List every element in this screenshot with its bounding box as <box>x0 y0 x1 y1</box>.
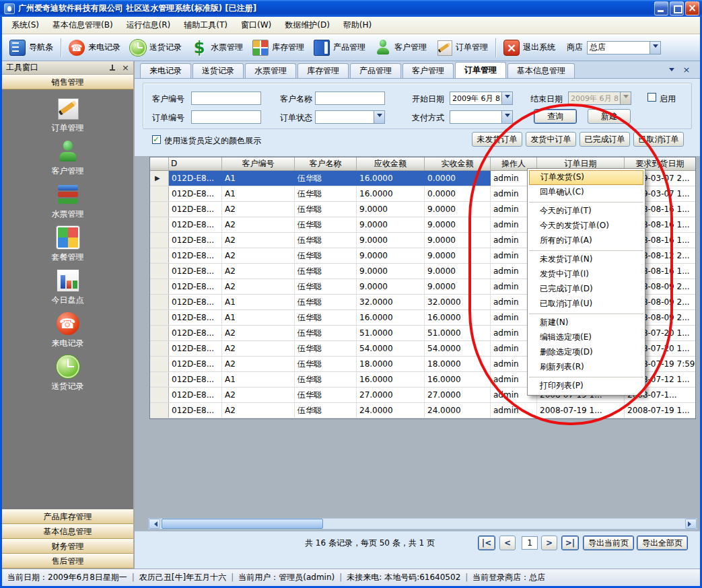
scroll-left-icon[interactable] <box>149 519 160 529</box>
next-page-button[interactable]: > <box>541 536 557 550</box>
row-selector[interactable] <box>150 341 169 356</box>
order-status-filter-button[interactable]: 未发货订单 <box>472 132 522 147</box>
tab[interactable]: 送货记录 <box>192 63 244 78</box>
context-menu-item[interactable]: 回单确认(C) <box>529 185 643 200</box>
context-menu-item[interactable]: 刷新列表(R) <box>529 360 643 375</box>
toolbar-water-ticket-button[interactable]: 水票管理 <box>186 38 248 58</box>
sidebar-item-call-log[interactable]: 来电记录 <box>2 310 133 353</box>
customer-no-input[interactable] <box>191 91 261 105</box>
tab[interactable]: 产品管理 <box>350 63 401 78</box>
order-status-filter-button[interactable]: 已取消订单 <box>633 132 684 147</box>
scrollbar-thumb[interactable] <box>162 519 323 529</box>
header-customer-name[interactable]: 客户名称 <box>295 157 357 170</box>
sidebar-group-bar[interactable]: 基本信息管理 <box>2 524 133 539</box>
new-button[interactable]: 新建 <box>588 109 631 124</box>
row-selector[interactable] <box>150 202 169 217</box>
menu-item[interactable]: 数据维护(D) <box>278 17 337 34</box>
tab-list-dropdown-icon[interactable] <box>666 65 677 75</box>
menu-item[interactable]: 帮助(H) <box>337 17 378 34</box>
order-status-select[interactable] <box>315 110 385 124</box>
sidebar-item-water-ticket[interactable]: 水票管理 <box>2 181 133 224</box>
menu-item[interactable]: 系统(S) <box>5 17 46 34</box>
customer-name-input[interactable] <box>315 91 385 105</box>
order-no-input[interactable] <box>191 110 261 124</box>
sidebar-group-sales[interactable]: 销售管理 <box>2 75 133 89</box>
order-status-filter-button[interactable]: 发货中订单 <box>526 132 576 147</box>
sidebar-item-delivery-log[interactable]: 送货记录 <box>2 353 133 396</box>
chevron-down-icon[interactable] <box>501 111 512 123</box>
header-receivable[interactable]: 应收金额 <box>357 157 425 170</box>
tab[interactable]: 水票管理 <box>245 63 296 78</box>
close-button[interactable] <box>685 1 699 15</box>
row-selector[interactable] <box>150 171 169 186</box>
row-selector[interactable] <box>150 186 169 201</box>
restore-button[interactable] <box>670 1 684 15</box>
enable-end-date-checkbox[interactable] <box>647 93 656 102</box>
row-selector[interactable] <box>150 264 169 279</box>
chevron-down-icon[interactable] <box>374 111 384 123</box>
sidebar-item-daily-stock[interactable]: 今日盘点 <box>2 267 133 310</box>
toolbar-call-log-button[interactable]: 来电记录 <box>64 38 125 58</box>
context-menu-item[interactable]: 新建(N) <box>529 314 643 330</box>
export-all-pages-button[interactable]: 导出全部页 <box>637 536 688 550</box>
header-customer-no[interactable]: 客户编号 <box>222 157 295 170</box>
first-page-button[interactable]: |< <box>478 536 495 550</box>
start-date-picker[interactable]: 2009年 6月 8日 <box>450 91 513 105</box>
context-menu-item[interactable]: 编辑选定项(E) <box>529 330 643 345</box>
chevron-down-icon[interactable] <box>650 42 660 54</box>
order-status-filter-button[interactable]: 已完成订单 <box>580 132 630 147</box>
sidebar-item-combo[interactable]: 套餐管理 <box>2 224 133 267</box>
context-menu-item[interactable]: 未发货订单(N) <box>529 250 643 267</box>
context-menu-item[interactable]: 今天的发货订单(O) <box>529 219 643 233</box>
sidebar-group-bar[interactable]: 售后管理 <box>2 554 133 568</box>
header-received[interactable]: 实收金额 <box>425 157 491 170</box>
row-selector[interactable] <box>150 295 169 309</box>
tab[interactable]: 来电记录 <box>140 63 191 78</box>
scroll-right-icon[interactable] <box>685 519 697 529</box>
row-selector[interactable] <box>150 248 169 263</box>
page-number-input[interactable] <box>522 536 538 550</box>
menu-item[interactable]: 窗口(W) <box>234 17 278 34</box>
sidebar-group-bar[interactable]: 产品库存管理 <box>2 509 133 524</box>
header-id[interactable]: D <box>169 157 222 170</box>
toolbar-customer-button[interactable]: 客户管理 <box>370 38 431 58</box>
row-selector[interactable] <box>150 357 169 371</box>
row-selector[interactable] <box>150 326 169 340</box>
horizontal-scrollbar[interactable] <box>148 518 697 529</box>
row-selector[interactable] <box>150 403 169 418</box>
chevron-down-icon[interactable] <box>501 92 512 104</box>
context-menu-item[interactable]: 已完成订单(D) <box>529 282 643 297</box>
context-menu-item[interactable]: 已取消订单(U) <box>529 297 643 311</box>
toolbar-product-button[interactable]: 产品管理 <box>309 38 370 58</box>
sidebar-item-customer[interactable]: 客户管理 <box>2 138 133 181</box>
context-menu-item[interactable]: 发货中订单(I) <box>529 267 643 282</box>
row-selector[interactable] <box>150 310 169 325</box>
row-selector[interactable] <box>150 233 169 248</box>
pay-method-select[interactable] <box>450 110 513 124</box>
pin-icon[interactable] <box>108 64 116 72</box>
store-select[interactable]: 总店 <box>587 41 661 54</box>
row-selector[interactable] <box>150 217 169 232</box>
context-menu-item[interactable]: 删除选定项(D) <box>529 345 643 360</box>
sidebar-group-bar[interactable]: 财务管理 <box>2 539 133 554</box>
tab[interactable]: 基本信息管理 <box>507 63 575 78</box>
table-row[interactable]: 012D-E8... A2 伍华聪 24.0000 24.0000 admin … <box>150 403 695 418</box>
context-menu-item[interactable]: 今天的订单(T) <box>529 202 643 219</box>
tab[interactable]: 客户管理 <box>402 63 454 78</box>
menu-item[interactable]: 基本信息管理(B) <box>46 17 120 34</box>
minimize-button[interactable] <box>654 1 668 15</box>
export-current-page-button[interactable]: 导出当前页 <box>583 536 634 550</box>
menu-item[interactable]: 辅助工具(T) <box>177 17 234 34</box>
sidebar-item-order[interactable]: 订单管理 <box>2 95 133 138</box>
context-menu-item[interactable]: 所有的订单(A) <box>529 233 643 248</box>
row-selector[interactable] <box>150 388 169 402</box>
context-menu-item[interactable]: 打印列表(P) <box>529 377 643 394</box>
tab[interactable]: 库存管理 <box>297 63 349 78</box>
menu-item[interactable]: 运行信息(R) <box>120 17 178 34</box>
row-selector[interactable] <box>150 372 169 387</box>
toolbar-navigator-button[interactable]: 导航条 <box>5 38 58 58</box>
toolbar-inventory-button[interactable]: 库存管理 <box>248 38 309 58</box>
row-selector[interactable] <box>150 279 169 294</box>
delivery-color-checkbox[interactable] <box>152 135 161 144</box>
last-page-button[interactable]: >| <box>561 536 579 550</box>
